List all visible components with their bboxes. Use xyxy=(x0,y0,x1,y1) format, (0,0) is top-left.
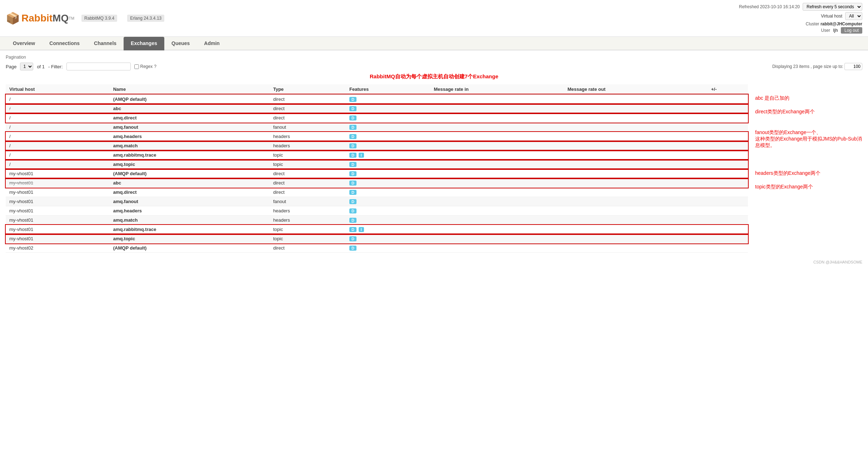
cell-features: D xyxy=(346,132,430,141)
user-value: ljh xyxy=(833,28,838,33)
col-features: Features xyxy=(346,84,430,94)
cell-msg-out xyxy=(564,104,708,113)
cell-type: direct xyxy=(270,94,346,104)
cell-features: D xyxy=(346,243,430,253)
table-row[interactable]: my-vhost01 amq.topic topic D xyxy=(6,234,748,243)
cell-name: amq.headers xyxy=(110,132,270,141)
vhost-select[interactable]: All xyxy=(845,12,862,20)
badge-d: D xyxy=(349,125,356,130)
col-vhost: Virtual host xyxy=(6,84,110,94)
badge-d: D xyxy=(349,181,356,186)
cluster-value: rabbit@JHComputer xyxy=(820,21,862,26)
table-row[interactable]: my-vhost01 abc direct D xyxy=(6,178,748,188)
cell-features: D xyxy=(346,123,430,132)
table-row[interactable]: my-vhost01 amq.fanout fanout D xyxy=(6,197,748,206)
badge-d: D xyxy=(349,115,356,120)
refresh-select[interactable]: Refresh every 5 seconds xyxy=(803,3,862,11)
cell-features: D xyxy=(346,169,430,178)
user-label: User xyxy=(821,28,830,33)
cell-type: fanout xyxy=(270,197,346,206)
cell-name: amq.headers xyxy=(110,206,270,216)
cell-name: amq.topic xyxy=(110,234,270,243)
table-row[interactable]: / amq.topic topic D xyxy=(6,160,748,169)
table-row[interactable]: my-vhost01 amq.headers headers D xyxy=(6,206,748,216)
col-msg-in: Message rate in xyxy=(430,84,564,94)
nav-item-queues[interactable]: Queues xyxy=(164,37,197,50)
table-row[interactable]: my-vhost01 amq.direct direct D xyxy=(6,188,748,197)
cell-actions xyxy=(708,151,748,160)
cell-type: direct xyxy=(270,178,346,188)
cell-type: headers xyxy=(270,216,346,225)
cell-actions xyxy=(708,94,748,104)
badge-d: D xyxy=(349,106,356,111)
nav-item-exchanges[interactable]: Exchanges xyxy=(124,37,164,50)
cell-vhost: my-vhost01 xyxy=(6,234,110,243)
badge-d: D xyxy=(349,162,356,167)
table-row[interactable]: / (AMQP default) direct D xyxy=(6,94,748,104)
col-name: Name xyxy=(110,84,270,94)
cell-actions xyxy=(708,225,748,234)
cluster-label: Cluster xyxy=(806,21,819,26)
cell-actions xyxy=(708,141,748,151)
cell-msg-in xyxy=(430,188,564,197)
cell-type: topic xyxy=(270,151,346,160)
nav-item-channels[interactable]: Channels xyxy=(87,37,124,50)
cell-msg-in xyxy=(430,178,564,188)
badge-i: I xyxy=(359,153,364,158)
ann-headers-text: headers类型的Exchange两个 xyxy=(755,170,820,176)
logout-button[interactable]: Log out xyxy=(841,27,862,34)
filter-input[interactable] xyxy=(66,63,131,70)
cell-vhost: my-vhost01 xyxy=(6,178,110,188)
cell-msg-in xyxy=(430,151,564,160)
badge-d: D xyxy=(349,153,356,158)
table-row[interactable]: my-vhost01 amq.rabbitmq.trace topic D I xyxy=(6,225,748,234)
cell-type: headers xyxy=(270,141,346,151)
cell-vhost: / xyxy=(6,141,110,151)
table-row[interactable]: / amq.direct direct D xyxy=(6,113,748,123)
badge-d: D xyxy=(349,199,356,204)
regex-text: Regex xyxy=(140,64,153,69)
cell-msg-out xyxy=(564,188,708,197)
nav-item-overview[interactable]: Overview xyxy=(6,37,42,50)
cell-features: D xyxy=(346,178,430,188)
ann-direct-text: direct类型的Exchange两个 xyxy=(755,109,815,114)
filter-label: - Filter: xyxy=(48,64,63,69)
cell-name: (AMQP default) xyxy=(110,243,270,253)
badge-d: D xyxy=(349,134,356,139)
page-label: Page xyxy=(6,64,16,69)
page-size-input[interactable] xyxy=(844,63,862,70)
table-row[interactable]: / amq.fanout fanout D xyxy=(6,123,748,132)
ann-topic-text: topic类型的Exchange两个 xyxy=(755,184,813,189)
table-row[interactable]: / amq.match headers D xyxy=(6,141,748,151)
col-type: Type xyxy=(270,84,346,94)
regex-label: Regex ? xyxy=(134,64,156,69)
cell-features: D xyxy=(346,113,430,123)
logo-rabbit: Rabbit xyxy=(21,13,53,24)
page-select[interactable]: 1 xyxy=(20,63,33,70)
cell-name: (AMQP default) xyxy=(110,94,270,104)
cell-name: amq.rabbitmq.trace xyxy=(110,151,270,160)
ann-topic: topic类型的Exchange两个 xyxy=(755,184,862,190)
cell-features: D I xyxy=(346,225,430,234)
table-header: Virtual host Name Type Features Message … xyxy=(6,84,748,94)
table-row[interactable]: / amq.headers headers D xyxy=(6,132,748,141)
nav-item-connections[interactable]: Connections xyxy=(42,37,87,50)
cell-vhost: my-vhost01 xyxy=(6,188,110,197)
table-row[interactable]: my-vhost01 amq.match headers D xyxy=(6,216,748,225)
logo-tm: TM xyxy=(69,16,74,20)
table-row[interactable]: / amq.rabbitmq.trace topic D I xyxy=(6,151,748,160)
cell-actions xyxy=(708,113,748,123)
table-row[interactable]: my-vhost01 (AMQP default) direct D xyxy=(6,169,748,178)
cell-type: headers xyxy=(270,206,346,216)
ann-abc: abc 是自己加的 xyxy=(755,95,862,102)
regex-checkbox[interactable] xyxy=(134,64,139,69)
user-row: User ljh Log out xyxy=(739,27,862,34)
table-row[interactable]: / abc direct D xyxy=(6,104,748,113)
table-row[interactable]: my-vhost02 (AMQP default) direct D xyxy=(6,243,748,253)
cell-msg-out xyxy=(564,243,708,253)
badge-d: D xyxy=(349,171,356,176)
badge-d: D xyxy=(349,227,356,232)
cell-msg-out xyxy=(564,132,708,141)
nav-item-admin[interactable]: Admin xyxy=(197,37,227,50)
cell-vhost: / xyxy=(6,123,110,132)
